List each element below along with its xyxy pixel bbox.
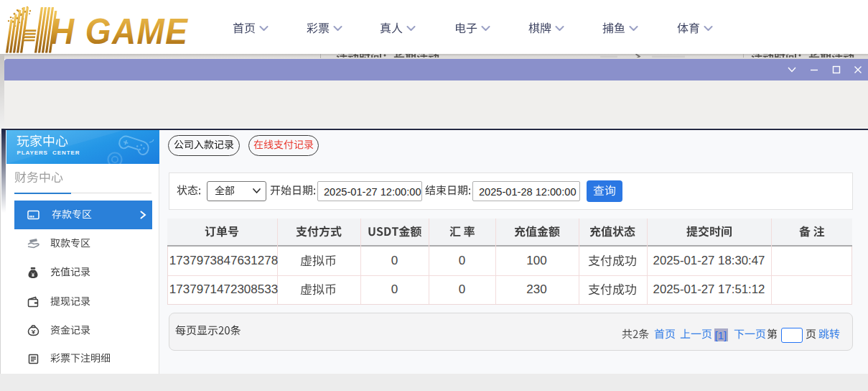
- svg-text:H GAME: H GAME: [50, 12, 189, 51]
